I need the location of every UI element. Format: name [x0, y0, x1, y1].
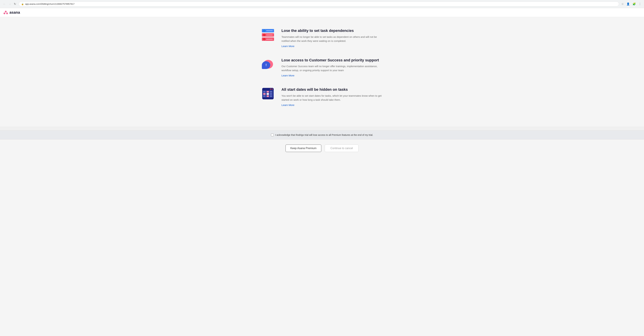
learn-more-task-dependencies[interactable]: Learn More: [282, 45, 294, 48]
task-bar-red-1: [262, 33, 274, 37]
feature-title-start-dates: All start dates will be hidden on tasks: [282, 87, 383, 92]
feature-customer-success: ! ! Lose access to Customer Success and …: [261, 58, 383, 77]
extensions-button[interactable]: 🧩: [632, 2, 636, 6]
content-area: Lose the ability to set task dependencie…: [254, 18, 390, 127]
cal-cell-7: [263, 95, 266, 97]
url-text: app.asana.com/0/billing/churn/1166827579…: [25, 3, 74, 5]
feature-title-customer-success: Lose access to Customer Success and prio…: [282, 58, 383, 63]
bottom-bar: I acknowledge that Rodrigo trial will lo…: [0, 127, 644, 157]
asana-logo-icon: [4, 10, 8, 15]
svg-point-0: [5, 11, 7, 13]
feature-task-dependencies: Lose the ability to set task dependencie…: [261, 28, 383, 48]
acknowledgment-bar: I acknowledge that Rodrigo trial will lo…: [0, 130, 644, 140]
task-circle-red-1: [263, 34, 265, 36]
task-circle-red-2: [263, 38, 265, 40]
forward-button[interactable]: →: [8, 2, 12, 6]
feature-desc-customer-success: Our Customer Success team will no longer…: [282, 64, 383, 72]
feature-desc-start-dates: You won't be able to set start dates for…: [282, 94, 383, 102]
calendar-dot-2: [272, 89, 273, 90]
address-bar[interactable]: 🔒 app.asana.com/0/billing/churn/11668275…: [19, 1, 619, 6]
reload-button[interactable]: ↻: [13, 2, 17, 6]
cal-cell-9: [270, 95, 272, 97]
support-icon: ! !: [262, 58, 274, 71]
action-buttons-area: Keep Asana Premium Continue to cancel: [0, 140, 644, 157]
asana-logo[interactable]: asana: [4, 10, 640, 15]
acknowledgment-text: I acknowledge that Rodrigo trial will lo…: [275, 134, 373, 136]
logo-bar: asana: [0, 8, 644, 17]
cal-cell-2: [266, 91, 269, 93]
menu-button[interactable]: ⋮: [638, 2, 642, 6]
cal-cell-1: [263, 91, 266, 93]
cal-cell-4: [263, 93, 266, 95]
back-button[interactable]: ←: [2, 2, 7, 6]
feature-icon-start-dates: [261, 87, 275, 99]
svg-point-1: [4, 12, 6, 14]
task-circle-blue: [263, 30, 265, 32]
browser-chrome: ← → ↻ 🔒 app.asana.com/0/billing/churn/11…: [0, 0, 644, 8]
calendar-body: [262, 90, 274, 98]
profile-button[interactable]: 👤: [626, 2, 630, 6]
feature-icon-customer-success: ! !: [261, 58, 275, 71]
svg-point-2: [6, 12, 8, 14]
task-bar-blue: [262, 29, 274, 32]
learn-more-start-dates[interactable]: Learn More: [282, 104, 294, 106]
page-wrapper: asana: [0, 8, 644, 336]
feature-start-dates: All start dates will be hidden on tasks …: [261, 87, 383, 107]
cal-cell-3: [270, 91, 272, 93]
feature-text-customer-success: Lose access to Customer Success and prio…: [282, 58, 383, 77]
keep-premium-button[interactable]: Keep Asana Premium: [286, 145, 322, 152]
acknowledgment-checkbox[interactable]: [271, 134, 274, 136]
continue-cancel-button[interactable]: Continue to cancel: [325, 145, 358, 152]
feature-icon-task-dependencies: [261, 28, 275, 41]
task-dependencies-icon: [262, 29, 274, 41]
feature-text-task-dependencies: Lose the ability to set task dependencie…: [282, 28, 383, 48]
bookmark-button[interactable]: ☆: [621, 2, 624, 6]
speech-bubble-blue: !: [262, 61, 270, 69]
task-bar-red-2: [262, 37, 274, 41]
learn-more-customer-success[interactable]: Learn More: [282, 74, 294, 77]
feature-title-task-dependencies: Lose the ability to set task dependencie…: [282, 28, 383, 33]
asana-logo-text: asana: [10, 10, 20, 15]
calendar-dot-1: [270, 89, 271, 90]
nav-buttons: ← → ↻: [2, 2, 17, 6]
cal-cell-8: [266, 95, 269, 97]
cal-cell-6: [270, 93, 272, 95]
feature-desc-task-dependencies: Teammates will no longer be able to set …: [282, 35, 383, 43]
cal-cell-5: [266, 93, 269, 95]
feature-text-start-dates: All start dates will be hidden on tasks …: [282, 87, 383, 107]
calendar-icon: [262, 88, 274, 99]
browser-actions: ☆ 👤 🧩 ⋮: [621, 2, 642, 6]
lock-icon: 🔒: [21, 3, 24, 5]
calendar-header: [262, 88, 274, 90]
